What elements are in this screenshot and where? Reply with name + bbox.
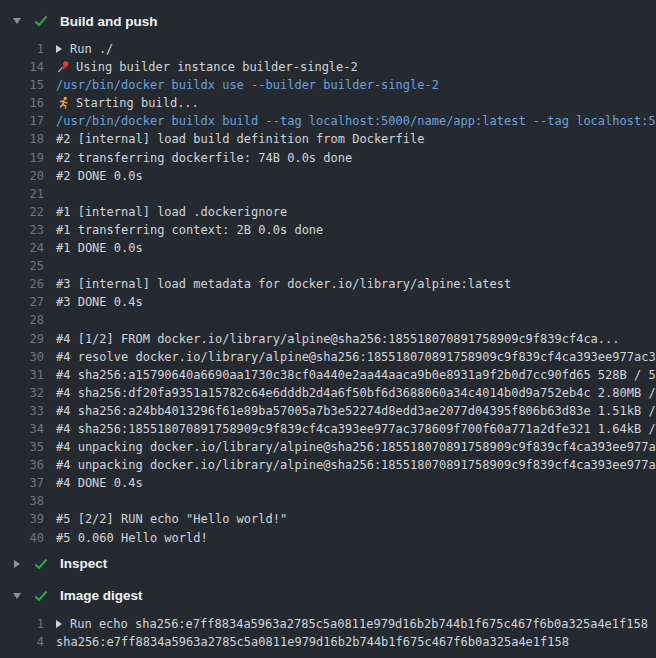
line-number[interactable]: 34	[10, 420, 56, 438]
line-number[interactable]: 16	[10, 94, 56, 112]
log-line-text: #1 [internal] load .dockerignore	[56, 203, 287, 221]
log-line: 15/usr/bin/docker buildx use --builder b…	[0, 76, 656, 94]
log-line: 14Using builder instance builder-single-…	[0, 58, 656, 76]
line-number[interactable]: 25	[10, 257, 56, 275]
log-line-content: #3 DONE 0.4s	[56, 293, 143, 311]
log-line-content: #5 [2/2] RUN echo "Hello world!"	[56, 510, 287, 528]
line-number[interactable]: 29	[10, 330, 56, 348]
runner-icon	[56, 96, 70, 110]
log-line: 39#5 [2/2] RUN echo "Hello world!"	[0, 510, 656, 528]
line-number[interactable]: 28	[10, 311, 56, 329]
line-number[interactable]: 19	[10, 149, 56, 167]
log-line-text: /usr/bin/docker buildx build --tag local…	[56, 112, 656, 130]
line-number[interactable]: 27	[10, 293, 56, 311]
log-line: 25	[0, 257, 656, 275]
line-number[interactable]: 38	[10, 492, 56, 510]
log-line-text: Run ./	[70, 40, 113, 58]
log-line-content: #1 [internal] load .dockerignore	[56, 203, 287, 221]
log-line: 32#4 sha256:df20fa9351a15782c64e6dddb2d4…	[0, 384, 656, 402]
run-toggle-icon[interactable]	[56, 620, 62, 628]
log-line-text: sha256:e7ff8834a5963a2785c5a0811e979d16b…	[56, 633, 569, 651]
log-line-text: #5 0.060 Hello world!	[56, 529, 208, 547]
log-line-content: #4 [1/2] FROM docker.io/library/alpine@s…	[56, 330, 620, 348]
log-line: 23#1 transferring context: 2B 0.0s done	[0, 221, 656, 239]
log-group-header-image-digest[interactable]: Image digest	[0, 581, 656, 611]
line-number[interactable]: 35	[10, 438, 56, 456]
log-line-content: #1 transferring context: 2B 0.0s done	[56, 221, 323, 239]
run-toggle-icon[interactable]	[56, 45, 62, 53]
log-line-text: #4 resolve docker.io/library/alpine@sha2…	[56, 348, 656, 366]
log-line-text: #4 sha256:185518070891758909c9f839cf4ca3…	[56, 420, 656, 438]
log-line-content: #4 sha256:df20fa9351a15782c64e6dddb2d4a6…	[56, 384, 656, 402]
log-group-body: 1Run ./14Using builder instance builder-…	[0, 40, 656, 547]
log-line: 21	[0, 185, 656, 203]
line-number[interactable]: 31	[10, 366, 56, 384]
line-number[interactable]: 26	[10, 275, 56, 293]
line-number[interactable]: 1	[10, 40, 56, 58]
log-line-content: Starting build...	[56, 94, 199, 112]
log-line-content: #2 DONE 0.0s	[56, 167, 143, 185]
log-line: 18#2 [internal] load build definition fr…	[0, 130, 656, 148]
log-line: 40#5 0.060 Hello world!	[0, 529, 656, 547]
log-line-text: #3 DONE 0.4s	[56, 293, 143, 311]
log-line-content: #4 DONE 0.4s	[56, 474, 143, 492]
log-line: 29#4 [1/2] FROM docker.io/library/alpine…	[0, 330, 656, 348]
log-line-text: Starting build...	[76, 94, 199, 112]
log-line-text: Using builder instance builder-single-2	[76, 58, 358, 76]
log-line: 36#4 unpacking docker.io/library/alpine@…	[0, 456, 656, 474]
log-line: 28	[0, 311, 656, 329]
line-number[interactable]: 17	[10, 112, 56, 130]
pushpin-icon	[56, 60, 70, 74]
log-line-text: #2 DONE 0.0s	[56, 167, 143, 185]
line-number[interactable]: 18	[10, 130, 56, 148]
log-line: 1Run ./	[0, 40, 656, 58]
log-line-content: #2 transferring dockerfile: 74B 0.0s don…	[56, 149, 352, 167]
log-line-text: #4 sha256:df20fa9351a15782c64e6dddb2d4a6…	[56, 384, 656, 402]
line-number[interactable]: 22	[10, 203, 56, 221]
log-line-text: #1 DONE 0.0s	[56, 239, 143, 257]
line-number[interactable]: 14	[10, 58, 56, 76]
line-number[interactable]: 36	[10, 456, 56, 474]
log-line: 19#2 transferring dockerfile: 74B 0.0s d…	[0, 149, 656, 167]
log-line: 26#3 [internal] load metadata for docker…	[0, 275, 656, 293]
line-number[interactable]: 33	[10, 402, 56, 420]
line-number[interactable]: 15	[10, 76, 56, 94]
log-line: 38	[0, 492, 656, 510]
log-line-content: Using builder instance builder-single-2	[56, 58, 358, 76]
line-number[interactable]: 37	[10, 474, 56, 492]
line-number[interactable]: 4	[10, 633, 56, 651]
log-line-text: #4 unpacking docker.io/library/alpine@sh…	[56, 438, 656, 456]
log-line-content: #1 DONE 0.0s	[56, 239, 143, 257]
log-line: 27#3 DONE 0.4s	[0, 293, 656, 311]
log-group-title: Inspect	[60, 556, 107, 571]
log-line: 34#4 sha256:185518070891758909c9f839cf4c…	[0, 420, 656, 438]
line-number[interactable]: 1	[10, 615, 56, 633]
log-line-content: #4 resolve docker.io/library/alpine@sha2…	[56, 348, 656, 366]
log-group-header-inspect[interactable]: Inspect	[0, 549, 656, 579]
line-number[interactable]: 32	[10, 384, 56, 402]
log-line-text: #2 transferring dockerfile: 74B 0.0s don…	[56, 149, 352, 167]
line-number[interactable]: 30	[10, 348, 56, 366]
log-group-image-digest: Image digest1Run echo sha256:e7ff8834a59…	[0, 581, 656, 651]
line-number[interactable]: 23	[10, 221, 56, 239]
line-number[interactable]: 21	[10, 185, 56, 203]
line-number[interactable]: 39	[10, 510, 56, 528]
check-icon	[34, 590, 48, 602]
log-group-title: Build and push	[60, 14, 158, 29]
log-line-content: #4 unpacking docker.io/library/alpine@sh…	[56, 456, 656, 474]
line-number[interactable]: 24	[10, 239, 56, 257]
log-group-body: 1Run echo sha256:e7ff8834a5963a2785c5a08…	[0, 615, 656, 651]
log-line-content: #4 sha256:a24bb4013296f61e89ba57005a7b3e…	[56, 402, 656, 420]
log-line: 37#4 DONE 0.4s	[0, 474, 656, 492]
line-number[interactable]: 40	[10, 529, 56, 547]
log-line-text: #4 unpacking docker.io/library/alpine@sh…	[56, 456, 656, 474]
log-line-text: Run echo sha256:e7ff8834a5963a2785c5a081…	[70, 615, 648, 633]
log-line-content: /usr/bin/docker buildx use --builder bui…	[56, 76, 439, 94]
line-number[interactable]: 20	[10, 167, 56, 185]
log-group-header-build-and-push[interactable]: Build and push	[0, 6, 656, 36]
log-line-content: Run echo sha256:e7ff8834a5963a2785c5a081…	[56, 615, 648, 633]
chevron-down-icon	[10, 593, 24, 599]
log-line: 24#1 DONE 0.0s	[0, 239, 656, 257]
log-line-content: Run ./	[56, 40, 113, 58]
log-line: 1Run echo sha256:e7ff8834a5963a2785c5a08…	[0, 615, 656, 633]
